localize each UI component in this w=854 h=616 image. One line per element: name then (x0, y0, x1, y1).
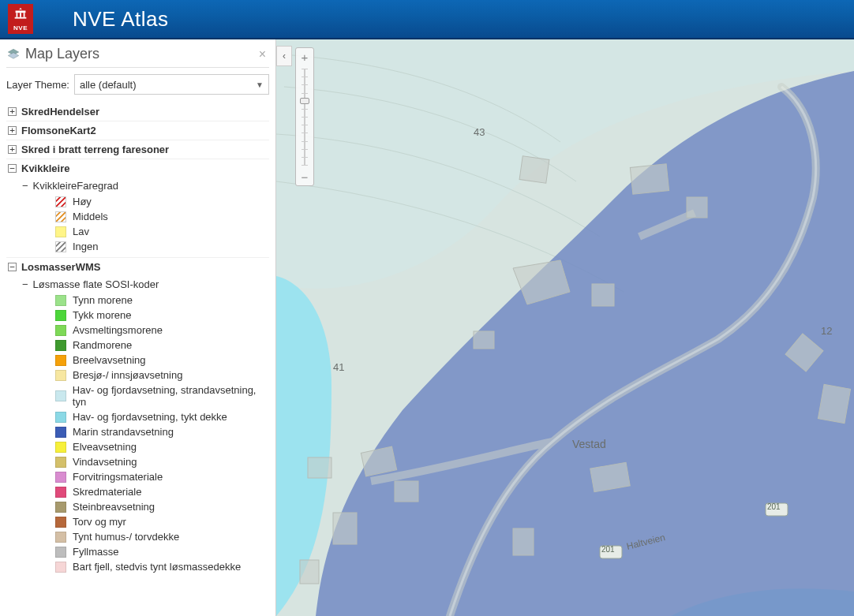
tree-label: LosmasserWMS (21, 261, 100, 273)
collapse-sidebar-button[interactable]: ‹ (276, 46, 292, 66)
collapse-icon: − (22, 180, 28, 192)
collapse-icon: − (22, 278, 28, 290)
crown-building-icon (12, 6, 29, 24)
nve-logo: NVE (8, 4, 33, 34)
tree-toggle-kvikkleirefaregrad[interactable]: −KvikkleireFaregrad (22, 177, 269, 194)
zoom-out-button[interactable]: − (296, 168, 313, 185)
tree-toggle-skredhendelser[interactable]: +SkredHendelser (8, 106, 269, 118)
legend-swatch (55, 241, 66, 252)
panel-header: Map Layers × (6, 46, 269, 68)
legend-item: Bresjø-/ innsjøavsetning (55, 368, 269, 383)
map-svg (276, 39, 854, 616)
legend-item: Bart fjell, stedvis tynt løsmassedekke (55, 559, 269, 574)
legend-item: Hav- og fjordavsetning, strandavsetning,… (55, 383, 269, 409)
legend-swatch (55, 390, 66, 401)
app-header: NVE NVE Atlas (0, 0, 854, 39)
legend-swatch (55, 442, 66, 453)
legend-swatch (55, 562, 66, 573)
legend-label: Vindavsetning (73, 456, 137, 468)
legend-item: Tynt humus-/ torvdekke (55, 529, 269, 544)
legend-list: Tynn moreneTykk moreneAvsmeltingsmoreneR… (22, 293, 269, 574)
svg-rect-0 (16, 11, 26, 13)
legend-item: Fyllmasse (55, 544, 269, 559)
legend-label: Breelvavsetning (73, 354, 146, 366)
app-title: NVE Atlas (73, 7, 169, 32)
legend-item: Steinbreavsetning (55, 499, 269, 514)
legend-label: Bresjø-/ innsjøavsetning (73, 369, 182, 381)
logo-text: NVE (13, 24, 28, 32)
svg-rect-22 (687, 197, 707, 218)
legend-swatch (55, 532, 66, 543)
legend-swatch (55, 547, 66, 558)
tree-label: Kvikkleire (21, 162, 69, 174)
legend-item: Hav- og fjordavsetning, tykt dekke (55, 409, 269, 424)
collapse-icon: − (8, 164, 17, 173)
legend-item: Tykk morene (55, 308, 269, 323)
legend-swatch (55, 226, 66, 237)
close-panel-button[interactable]: × (256, 47, 269, 62)
legend-swatch (55, 502, 66, 513)
svg-marker-6 (8, 52, 19, 58)
legend-item: Marin strandavsetning (55, 424, 269, 439)
svg-rect-28 (395, 481, 418, 502)
legend-swatch (55, 370, 66, 381)
legend-label: Ingen (73, 241, 99, 252)
zoom-control: + − (295, 47, 314, 186)
theme-selected-value: alle (default) (80, 79, 137, 91)
tree-label: Skred i bratt terreng faresoner (21, 144, 169, 155)
zoom-slider[interactable] (296, 65, 313, 168)
zoom-in-button[interactable]: + (296, 48, 313, 65)
legend-item: Lav (55, 224, 269, 239)
tree-toggle-kvikkleire[interactable]: −Kvikkleire (8, 162, 269, 174)
collapse-icon: − (8, 263, 17, 271)
tree-node-losmasserwms: −LosmasserWMS−Løsmasse flate SOSI-koderT… (6, 257, 269, 577)
svg-rect-25 (474, 331, 494, 349)
legend-swatch (55, 310, 66, 321)
tree-label: FlomsoneKart2 (21, 125, 96, 136)
legend-item: Randmorene (55, 338, 269, 353)
svg-rect-4 (15, 17, 27, 19)
expand-icon: + (8, 107, 17, 116)
house-number: 43 (474, 126, 485, 138)
legend-label: Tynn morene (73, 294, 133, 306)
legend-swatch (55, 457, 66, 468)
legend-swatch (55, 517, 66, 528)
legend-item: Ingen (55, 239, 269, 254)
road-ref: 201 (601, 545, 615, 554)
legend-item: Breelvavsetning (55, 353, 269, 368)
tree-node-kvikkleire: −Kvikkleire−KvikkleireFaregradHøyMiddels… (6, 159, 269, 257)
legend-list: HøyMiddelsLavIngen (22, 194, 269, 254)
theme-select[interactable]: alle (default) ▼ (74, 74, 269, 95)
tree-label: SkredHendelser (21, 106, 99, 118)
tree-toggle-flomsonekart2[interactable]: +FlomsoneKart2 (8, 125, 269, 136)
tree-toggle-losmasse-sosi[interactable]: −Løsmasse flate SOSI-koder (22, 276, 269, 293)
legend-swatch (55, 355, 66, 366)
layer-tree: +SkredHendelser+FlomsoneKart2+Skred i br… (6, 103, 269, 577)
svg-rect-34 (513, 528, 534, 555)
svg-rect-30 (300, 560, 319, 584)
svg-rect-29 (333, 513, 357, 544)
svg-rect-32 (818, 384, 850, 423)
tree-toggle-skred-bratt[interactable]: +Skred i bratt terreng faresoner (8, 144, 269, 155)
svg-rect-20 (519, 156, 549, 183)
svg-rect-2 (20, 13, 21, 17)
tree-node-skredhendelser: +SkredHendelser (6, 103, 269, 121)
zoom-handle[interactable] (300, 98, 309, 104)
svg-rect-24 (592, 284, 614, 306)
legend-swatch (55, 412, 66, 423)
legend-label: Tykk morene (73, 309, 131, 321)
legend-label: Elveavsetning (73, 441, 137, 453)
house-number: 12 (821, 325, 832, 337)
tree-label: KvikkleireFaregrad (33, 180, 118, 192)
legend-item: Elveavsetning (55, 439, 269, 454)
legend-label: Høy (73, 196, 92, 207)
theme-label: Layer Theme: (6, 79, 69, 91)
legend-swatch (55, 295, 66, 306)
map-canvas[interactable]: ‹ + − (276, 39, 854, 616)
legend-label: Lav (73, 226, 89, 237)
legend-item: Forvitringsmateriale (55, 469, 269, 484)
layers-sidebar: Map Layers × Layer Theme: alle (default)… (0, 39, 276, 616)
legend-item: Skredmateriale (55, 484, 269, 499)
tree-toggle-losmasserwms[interactable]: −LosmasserWMS (8, 261, 269, 273)
legend-swatch (55, 340, 66, 351)
